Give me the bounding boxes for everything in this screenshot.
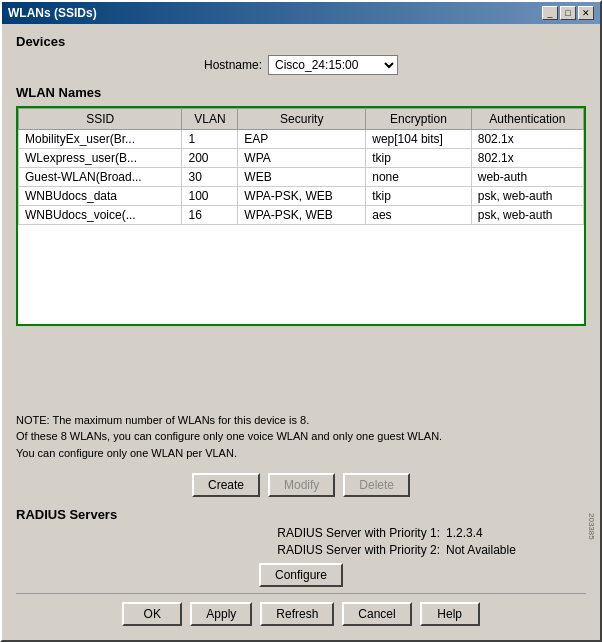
radius-priority2-label: RADIUS Server with Priority 2:: [277, 543, 440, 557]
table-cell: 100: [182, 187, 238, 206]
table-cell: 30: [182, 168, 238, 187]
note-section: NOTE: The maximum number of WLANs for th…: [16, 412, 586, 462]
table-cell: 802.1x: [471, 149, 583, 168]
minimize-button[interactable]: _: [542, 6, 558, 20]
radius-priority1-value: 1.2.3.4: [446, 526, 526, 540]
title-bar: WLANs (SSIDs) _ □ ✕: [2, 2, 600, 24]
col-authentication: Authentication: [471, 109, 583, 130]
table-cell: none: [366, 168, 472, 187]
maximize-button[interactable]: □: [560, 6, 576, 20]
table-row[interactable]: WLexpress_user(B...200WPAtkip802.1x: [19, 149, 584, 168]
radius-priority2-value: Not Available: [446, 543, 526, 557]
table-row[interactable]: Guest-WLAN(Broad...30WEBnoneweb-auth: [19, 168, 584, 187]
wlan-table: SSID VLAN Security Encryption Authentica…: [18, 108, 584, 225]
window-controls: _ □ ✕: [542, 6, 594, 20]
refresh-button[interactable]: Refresh: [260, 602, 334, 626]
configure-row: Configure: [16, 563, 586, 587]
table-row[interactable]: WNBUdocs_voice(...16WPA-PSK, WEBaespsk, …: [19, 206, 584, 225]
table-cell: WNBUdocs_data: [19, 187, 182, 206]
table-cell: WLexpress_user(B...: [19, 149, 182, 168]
hostname-select[interactable]: Cisco_24:15:00: [268, 55, 398, 75]
devices-section-title: Devices: [16, 34, 586, 49]
table-cell: 16: [182, 206, 238, 225]
table-cell: tkip: [366, 187, 472, 206]
main-window: WLANs (SSIDs) _ □ ✕ Devices Hostname: Ci…: [0, 0, 602, 642]
radius-priority2-row: RADIUS Server with Priority 2: Not Avail…: [16, 543, 586, 557]
wlan-button-row: Create Modify Delete: [16, 473, 586, 497]
ok-button[interactable]: OK: [122, 602, 182, 626]
radius-section-title: RADIUS Servers: [16, 507, 586, 522]
table-cell: MobilityEx_user(Br...: [19, 130, 182, 149]
table-cell: WNBUdocs_voice(...: [19, 206, 182, 225]
table-cell: WPA-PSK, WEB: [238, 187, 366, 206]
table-cell: WEB: [238, 168, 366, 187]
table-cell: psk, web-auth: [471, 206, 583, 225]
table-cell: 802.1x: [471, 130, 583, 149]
devices-section: Hostname: Cisco_24:15:00: [16, 55, 586, 75]
modify-button[interactable]: Modify: [268, 473, 335, 497]
note-line3: You can configure only one WLAN per VLAN…: [16, 445, 586, 462]
radius-priority1-label: RADIUS Server with Priority 1:: [277, 526, 440, 540]
table-cell: EAP: [238, 130, 366, 149]
table-cell: aes: [366, 206, 472, 225]
table-cell: WPA-PSK, WEB: [238, 206, 366, 225]
watermark: 203385: [587, 513, 596, 540]
radius-priority1-row: RADIUS Server with Priority 1: 1.2.3.4: [16, 526, 586, 540]
table-row[interactable]: MobilityEx_user(Br...1EAPwep[104 bits]80…: [19, 130, 584, 149]
note-line2: Of these 8 WLANs, you can configure only…: [16, 428, 586, 445]
table-cell: Guest-WLAN(Broad...: [19, 168, 182, 187]
table-row[interactable]: WNBUdocs_data100WPA-PSK, WEBtkippsk, web…: [19, 187, 584, 206]
col-ssid: SSID: [19, 109, 182, 130]
wlan-names-section: WLAN Names SSID VLAN Security Encryption…: [16, 85, 586, 404]
close-button[interactable]: ✕: [578, 6, 594, 20]
col-encryption: Encryption: [366, 109, 472, 130]
note-line1: NOTE: The maximum number of WLANs for th…: [16, 412, 586, 429]
table-cell: 1: [182, 130, 238, 149]
configure-button[interactable]: Configure: [259, 563, 343, 587]
cancel-button[interactable]: Cancel: [342, 602, 411, 626]
hostname-label: Hostname:: [204, 58, 262, 72]
table-cell: WPA: [238, 149, 366, 168]
col-vlan: VLAN: [182, 109, 238, 130]
table-cell: wep[104 bits]: [366, 130, 472, 149]
wlan-table-container: SSID VLAN Security Encryption Authentica…: [16, 106, 586, 326]
delete-button[interactable]: Delete: [343, 473, 410, 497]
table-header-row: SSID VLAN Security Encryption Authentica…: [19, 109, 584, 130]
table-cell: 200: [182, 149, 238, 168]
bottom-button-row: OK Apply Refresh Cancel Help: [16, 593, 586, 630]
col-security: Security: [238, 109, 366, 130]
window-title: WLANs (SSIDs): [8, 6, 97, 20]
radius-section: RADIUS Servers RADIUS Server with Priori…: [16, 507, 586, 593]
hostname-row: Hostname: Cisco_24:15:00: [16, 55, 586, 75]
table-cell: web-auth: [471, 168, 583, 187]
create-button[interactable]: Create: [192, 473, 260, 497]
help-button[interactable]: Help: [420, 602, 480, 626]
apply-button[interactable]: Apply: [190, 602, 252, 626]
table-cell: tkip: [366, 149, 472, 168]
window-content: Devices Hostname: Cisco_24:15:00 WLAN Na…: [2, 24, 600, 640]
table-cell: psk, web-auth: [471, 187, 583, 206]
wlan-names-title: WLAN Names: [16, 85, 586, 100]
